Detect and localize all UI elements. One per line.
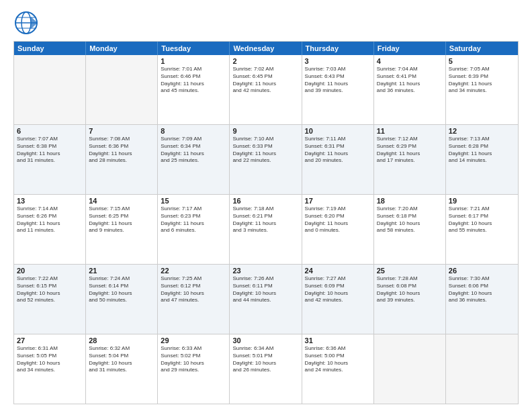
cell-info-line: and 20 minutes. xyxy=(305,157,371,165)
calendar-cell: 8Sunrise: 7:09 AMSunset: 6:34 PMDaylight… xyxy=(158,125,230,194)
cell-info-line: and 14 minutes. xyxy=(449,157,515,165)
cell-info-line: and 36 minutes. xyxy=(377,87,443,95)
cell-info-line: Sunset: 6:18 PM xyxy=(377,213,443,220)
cell-info-line: Sunrise: 7:25 AM xyxy=(161,275,226,283)
cell-info-line: Daylight: 11 hours xyxy=(377,150,443,158)
cell-info-line: Sunrise: 7:20 AM xyxy=(377,205,443,213)
calendar-cell: 12Sunrise: 7:13 AMSunset: 6:28 PMDayligh… xyxy=(446,125,518,194)
cell-info-line: Sunset: 6:26 PM xyxy=(17,213,83,220)
cell-info-line: and 22 minutes. xyxy=(232,157,298,165)
calendar-cell: 1Sunrise: 7:01 AMSunset: 6:46 PMDaylight… xyxy=(158,55,230,124)
cell-info-line: and 6 minutes. xyxy=(161,227,226,234)
cell-info-line: Sunrise: 7:28 AM xyxy=(377,275,443,283)
cell-info-line: and 25 minutes. xyxy=(161,157,226,165)
cell-info-line: and 39 minutes. xyxy=(377,297,443,304)
cell-info-line: Daylight: 11 hours xyxy=(449,150,515,158)
day-number: 5 xyxy=(449,57,515,65)
cell-info-line: Sunset: 6:12 PM xyxy=(161,283,226,290)
cell-info-line: Sunrise: 7:07 AM xyxy=(17,136,83,143)
cell-info-line: Daylight: 11 hours xyxy=(161,220,226,228)
cell-info-line: Daylight: 11 hours xyxy=(305,150,371,158)
cell-info-line: Sunrise: 6:34 AM xyxy=(232,345,298,353)
cell-info-line: and 47 minutes. xyxy=(161,297,226,304)
cell-info-line: and 31 minutes. xyxy=(17,157,83,165)
day-number: 6 xyxy=(17,127,83,135)
calendar-cell: 22Sunrise: 7:25 AMSunset: 6:12 PMDayligh… xyxy=(158,265,230,334)
day-number: 27 xyxy=(17,336,83,345)
day-number: 3 xyxy=(305,57,371,65)
day-number: 1 xyxy=(161,57,226,65)
calendar-cell: 17Sunrise: 7:19 AMSunset: 6:20 PMDayligh… xyxy=(302,195,374,264)
day-number: 9 xyxy=(232,127,298,135)
logo xyxy=(13,10,40,36)
cell-info-line: Sunset: 6:45 PM xyxy=(232,73,298,81)
cell-info-line: Sunset: 6:17 PM xyxy=(449,213,515,220)
cell-info-line: Daylight: 10 hours xyxy=(377,220,443,228)
day-number: 28 xyxy=(89,336,154,345)
cell-info-line: Sunrise: 7:19 AM xyxy=(305,205,371,213)
cell-info-line: Sunset: 6:41 PM xyxy=(377,73,443,81)
calendar-body: 1Sunrise: 7:01 AMSunset: 6:46 PMDaylight… xyxy=(14,55,518,404)
day-number: 7 xyxy=(89,127,154,135)
cell-info-line: Daylight: 11 hours xyxy=(377,81,443,88)
calendar-cell: 23Sunrise: 7:26 AMSunset: 6:11 PMDayligh… xyxy=(230,265,302,334)
day-number: 16 xyxy=(232,197,298,205)
cell-info-line: Sunrise: 6:32 AM xyxy=(89,345,154,353)
day-number: 31 xyxy=(305,336,371,345)
day-number: 26 xyxy=(449,267,515,275)
cell-info-line: Daylight: 10 hours xyxy=(89,290,154,298)
day-number: 19 xyxy=(449,197,515,205)
cell-info-line: Daylight: 11 hours xyxy=(89,220,154,228)
cell-info-line: Sunset: 6:15 PM xyxy=(17,283,83,290)
calendar-cell: 3Sunrise: 7:03 AMSunset: 6:43 PMDaylight… xyxy=(302,55,374,124)
day-number: 24 xyxy=(305,267,371,275)
calendar-cell xyxy=(374,334,446,404)
cell-info-line: and 0 minutes. xyxy=(305,227,371,234)
cell-info-line: Sunrise: 7:01 AM xyxy=(161,66,226,73)
cell-info-line: and 58 minutes. xyxy=(377,227,443,234)
calendar-cell xyxy=(86,55,158,124)
day-number: 29 xyxy=(161,336,226,345)
calendar-row: 6Sunrise: 7:07 AMSunset: 6:38 PMDaylight… xyxy=(14,124,518,194)
cell-info-line: and 36 minutes. xyxy=(449,297,515,304)
day-number: 14 xyxy=(89,197,154,205)
header-cell-friday: Friday xyxy=(374,42,446,55)
cell-info-line: Daylight: 11 hours xyxy=(232,220,298,228)
header-cell-thursday: Thursday xyxy=(302,42,374,55)
cell-info-line: Daylight: 10 hours xyxy=(161,290,226,298)
cell-info-line: Daylight: 11 hours xyxy=(305,81,371,88)
cell-info-line: and 34 minutes. xyxy=(449,87,515,95)
cell-info-line: and 28 minutes. xyxy=(89,157,154,165)
cell-info-line: Sunset: 6:36 PM xyxy=(89,143,154,150)
cell-info-line: Sunrise: 7:09 AM xyxy=(161,136,226,143)
cell-info-line: Sunrise: 6:31 AM xyxy=(17,345,83,353)
cell-info-line: Sunrise: 7:05 AM xyxy=(449,66,515,73)
calendar-cell: 14Sunrise: 7:15 AMSunset: 6:25 PMDayligh… xyxy=(86,195,158,264)
cell-info-line: and 44 minutes. xyxy=(232,297,298,304)
calendar-cell: 2Sunrise: 7:02 AMSunset: 6:45 PMDaylight… xyxy=(230,55,302,124)
calendar-cell: 30Sunrise: 6:34 AMSunset: 5:01 PMDayligh… xyxy=(230,334,302,404)
cell-info-line: Sunrise: 7:14 AM xyxy=(17,205,83,213)
day-number: 23 xyxy=(232,267,298,275)
cell-info-line: Sunrise: 7:13 AM xyxy=(449,136,515,143)
cell-info-line: Sunrise: 7:17 AM xyxy=(161,205,226,213)
calendar-cell: 26Sunrise: 7:30 AMSunset: 6:06 PMDayligh… xyxy=(446,265,518,334)
cell-info-line: Daylight: 10 hours xyxy=(305,360,371,367)
day-number: 12 xyxy=(449,127,515,135)
cell-info-line: Sunset: 6:28 PM xyxy=(449,143,515,150)
day-number: 15 xyxy=(161,197,226,205)
cell-info-line: Daylight: 11 hours xyxy=(17,150,83,158)
cell-info-line: and 3 minutes. xyxy=(232,227,298,234)
cell-info-line: Sunrise: 7:27 AM xyxy=(305,275,371,283)
day-number: 22 xyxy=(161,267,226,275)
cell-info-line: Sunset: 6:34 PM xyxy=(161,143,226,150)
cell-info-line: Sunrise: 7:30 AM xyxy=(449,275,515,283)
header-cell-sunday: Sunday xyxy=(14,42,86,55)
day-number: 25 xyxy=(377,267,443,275)
calendar-cell xyxy=(446,334,518,404)
calendar-cell: 18Sunrise: 7:20 AMSunset: 6:18 PMDayligh… xyxy=(374,195,446,264)
cell-info-line: Daylight: 10 hours xyxy=(161,360,226,367)
day-number: 2 xyxy=(232,57,298,65)
cell-info-line: and 11 minutes. xyxy=(17,227,83,234)
calendar-row: 20Sunrise: 7:22 AMSunset: 6:15 PMDayligh… xyxy=(14,264,518,334)
